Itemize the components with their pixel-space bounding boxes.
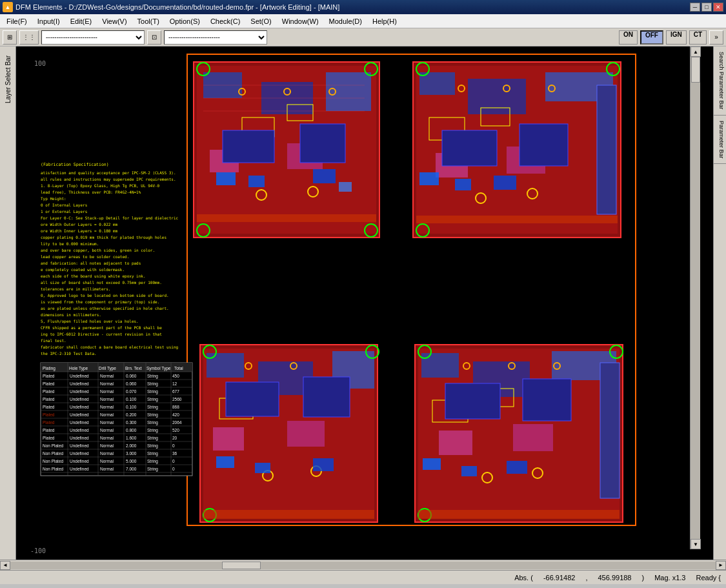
svg-text:0, Approved logo to be located: 0, Approved logo to be located on bottom… bbox=[41, 293, 169, 298]
svg-text:String: String bbox=[147, 428, 158, 433]
toolbar-icon-2[interactable]: ⋮⋮ bbox=[19, 30, 39, 45]
svg-text:lead free), Thickness over PCB: lead free), Thickness over PCB: FR4G2-4N… bbox=[41, 190, 141, 194]
toolbar-dropdown-2[interactable]: ------------------------ bbox=[164, 30, 267, 45]
y-coordinate: 456.99188 bbox=[598, 574, 631, 582]
mag-label: Mag. x1.3 bbox=[654, 574, 685, 582]
scroll-track-horizontal[interactable] bbox=[10, 562, 716, 569]
menu-set[interactable]: Set(O) bbox=[245, 16, 276, 26]
svg-text:copper plating 0.019 mm thick : copper plating 0.019 mm thick for plated… bbox=[41, 235, 166, 240]
minimize-button[interactable]: ─ bbox=[690, 3, 700, 12]
svg-rect-45 bbox=[416, 216, 618, 223]
toolbar-ign-button[interactable]: IGN bbox=[666, 30, 687, 45]
svg-rect-80 bbox=[600, 363, 620, 498]
close-button[interactable]: ✕ bbox=[713, 3, 723, 12]
svg-text:Undefined: Undefined bbox=[70, 467, 89, 471]
abs-label: Abs. ( bbox=[514, 574, 533, 582]
svg-text:Plated: Plated bbox=[43, 405, 55, 409]
svg-text:final test.: final test. bbox=[41, 338, 66, 343]
scroll-track-vertical[interactable] bbox=[691, 57, 700, 539]
svg-text:ore Width Inner Layers = 0.180: ore Width Inner Layers = 0.180 mm bbox=[41, 228, 118, 234]
svg-rect-21 bbox=[339, 182, 352, 192]
svg-text:Plating: Plating bbox=[43, 366, 55, 371]
svg-text:String: String bbox=[147, 436, 158, 441]
parameter-bar-tab[interactable]: Parameter Bar bbox=[714, 116, 726, 165]
toolbar-icon-3[interactable]: ⊡ bbox=[147, 30, 161, 45]
svg-rect-19 bbox=[248, 176, 265, 187]
scroll-thumb-vertical[interactable] bbox=[691, 57, 700, 83]
svg-rect-97 bbox=[461, 466, 477, 476]
svg-text:ing to IPC-6012 Directive - cu: ing to IPC-6012 Directive - current revi… bbox=[41, 332, 162, 337]
svg-text:Non Plated: Non Plated bbox=[43, 451, 64, 456]
window-title: DFM Elements - D:/ZDWest-Go/designs/Docu… bbox=[15, 3, 339, 11]
svg-text:520: 520 bbox=[172, 428, 179, 432]
toolbar-icon-1[interactable]: ⊞ bbox=[3, 30, 17, 45]
menu-input[interactable]: Input(I) bbox=[32, 16, 65, 26]
coord-separator: , bbox=[585, 574, 587, 582]
svg-text:all size of board shall not ex: all size of board shall not exceed 0.75m… bbox=[41, 280, 162, 285]
svg-text:Normal: Normal bbox=[100, 420, 114, 425]
horizontal-scrollbar[interactable]: ◄ ► bbox=[0, 560, 726, 570]
svg-text:0.100: 0.100 bbox=[126, 405, 137, 409]
svg-rect-84 bbox=[513, 424, 553, 451]
svg-text:String: String bbox=[147, 459, 158, 464]
svg-text:Plated: Plated bbox=[43, 420, 55, 425]
menu-tool[interactable]: Tool(T) bbox=[132, 16, 165, 26]
toolbar-on-button[interactable]: ON bbox=[619, 30, 638, 45]
svg-text:Normal: Normal bbox=[100, 374, 114, 378]
toolbar-expand-button[interactable]: » bbox=[709, 30, 723, 45]
scroll-left-button[interactable]: ◄ bbox=[0, 561, 10, 570]
svg-text:Undefined: Undefined bbox=[70, 412, 89, 417]
svg-rect-43 bbox=[442, 130, 497, 166]
svg-text:String: String bbox=[147, 405, 158, 410]
menu-option[interactable]: Option(S) bbox=[165, 16, 205, 26]
svg-rect-23 bbox=[300, 124, 345, 163]
svg-text:For Layer 0-C: See Stack-up De: For Layer 0-C: See Stack-up Detail for l… bbox=[41, 216, 179, 221]
svg-text:Non Plated: Non Plated bbox=[43, 443, 64, 448]
svg-text:Undefined: Undefined bbox=[70, 436, 89, 440]
svg-rect-52 bbox=[455, 179, 471, 190]
title-bar: ▲ DFM Elements - D:/ZDWest-Go/designs/Do… bbox=[0, 0, 726, 14]
scroll-down-button[interactable]: ▼ bbox=[691, 539, 701, 549]
menu-edit[interactable]: Edit(E) bbox=[65, 16, 97, 26]
menu-help[interactable]: Help(H) bbox=[367, 16, 402, 26]
pcb-board-top-left bbox=[194, 62, 379, 238]
svg-text:Brn. Text: Brn. Text bbox=[125, 366, 142, 370]
svg-text:0.070: 0.070 bbox=[126, 389, 137, 394]
svg-text:20: 20 bbox=[172, 436, 177, 440]
svg-text:Normal: Normal bbox=[100, 443, 114, 448]
maximize-button[interactable]: □ bbox=[701, 3, 712, 12]
svg-text:Plated: Plated bbox=[43, 397, 55, 401]
toolbar-off-button[interactable]: OFF bbox=[640, 30, 663, 45]
svg-rect-88 bbox=[445, 383, 500, 419]
svg-text:868: 868 bbox=[172, 405, 179, 409]
title-left: ▲ DFM Elements - D:/ZDWest-Go/designs/Do… bbox=[3, 2, 339, 12]
svg-rect-56 bbox=[207, 353, 244, 378]
svg-text:36: 36 bbox=[172, 451, 177, 456]
pcb-board-top-right bbox=[413, 62, 621, 238]
scroll-up-button[interactable]: ▲ bbox=[691, 46, 701, 57]
toolbar-ct-button[interactable]: CT bbox=[689, 30, 707, 45]
svg-text:Undefined: Undefined bbox=[70, 459, 89, 463]
svg-rect-66 bbox=[303, 377, 350, 417]
pcb-board-bottom-left bbox=[200, 345, 379, 522]
menu-window[interactable]: Window(W) bbox=[277, 16, 324, 26]
menu-view[interactable]: View(V) bbox=[97, 16, 132, 26]
menu-file[interactable]: File(F) bbox=[1, 16, 32, 26]
svg-text:0.200: 0.200 bbox=[126, 412, 137, 417]
svg-text:Plated: Plated bbox=[43, 374, 55, 378]
toolbar-dropdown-1[interactable]: ------------------------ bbox=[41, 30, 145, 45]
status-bar: Abs. ( -66.91482 , 456.99188 ) Mag. x1.3… bbox=[0, 570, 726, 584]
svg-text:lity to be 0.000 minimum.: lity to be 0.000 minimum. bbox=[41, 241, 99, 247]
svg-rect-77 bbox=[421, 353, 459, 378]
vertical-scrollbar[interactable]: ▲ ▼ bbox=[690, 46, 700, 549]
menu-check[interactable]: Check(C) bbox=[205, 16, 245, 26]
menu-module[interactable]: Module(D) bbox=[324, 16, 367, 26]
main-layout: Layer Select Bar bbox=[0, 46, 726, 560]
search-parameter-bar-tab[interactable]: Search Parameter Bar bbox=[714, 46, 726, 116]
svg-rect-67 bbox=[203, 510, 374, 519]
scroll-right-button[interactable]: ► bbox=[716, 561, 726, 570]
svg-text:Plated: Plated bbox=[43, 389, 55, 394]
scroll-thumb-horizontal[interactable] bbox=[222, 562, 261, 569]
svg-text:450: 450 bbox=[172, 374, 179, 378]
canvas-area[interactable]: -100 0 100 200 300 100 -100 (Fabrication… bbox=[16, 46, 713, 560]
